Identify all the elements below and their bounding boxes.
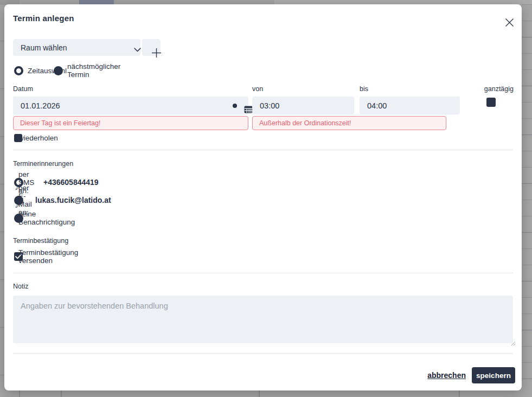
date-value: 01.01.2026	[21, 101, 233, 110]
background-grid-line	[61, 390, 62, 397]
date-input[interactable]: 01.01.2026	[13, 97, 248, 114]
time-error-text: Außerhalb der Ordinationszeit!	[259, 119, 351, 127]
confirmation-label: Terminbestätigung versenden	[18, 248, 78, 265]
from-label: von	[252, 85, 263, 93]
room-select-value: Raum wählen	[21, 43, 134, 52]
allday-label: ganztägig	[484, 85, 514, 93]
time-from-input[interactable]: 03:00	[252, 97, 354, 114]
background-grid-line	[259, 390, 260, 397]
note-textarea[interactable]: Angaben zur bevorstehenden Behandlung	[13, 296, 513, 343]
background-calendar-bottom-strip	[0, 390, 532, 397]
radio-icon[interactable]	[54, 66, 63, 75]
dialog-title: Termin anlegen	[13, 14, 74, 23]
background-calendar-right-strip	[522, 0, 532, 397]
close-icon[interactable]	[503, 16, 516, 29]
time-from-value: 03:00	[260, 101, 350, 110]
email-value: lukas.fucik@latido.at	[35, 196, 111, 204]
radio-selected-icon[interactable]	[14, 66, 23, 75]
note-label: Notiz	[13, 283, 28, 290]
background-grid-line	[459, 390, 460, 397]
date-error-text: Dieser Tag ist ein Feiertag!	[20, 119, 100, 127]
divider	[13, 150, 513, 150]
time-error-message: Außerhalb der Ordinationszeit!	[252, 116, 446, 130]
radio-option-naechstmoeglicher-termin[interactable]: nächstmöglicher Termin	[54, 62, 120, 79]
date-label: Datum	[13, 85, 33, 93]
repeat-label: wiederholen	[18, 134, 58, 142]
save-button-label: speichern	[476, 372, 511, 380]
confirmation-heading: Terminbestätigung	[13, 237, 68, 245]
divider	[13, 273, 513, 273]
room-select[interactable]: Raum wählen	[13, 39, 140, 56]
time-to-input[interactable]: 04:00	[360, 97, 460, 114]
time-to-value: 04:00	[367, 101, 456, 110]
cancel-button[interactable]: abbrechen	[427, 371, 466, 380]
reminder-label: keine Benachrichtigung	[18, 210, 75, 226]
sms-number-value: +436605844419	[43, 178, 99, 187]
background-grid-line	[19, 390, 20, 397]
allday-checkbox[interactable]	[486, 98, 496, 107]
add-room-button[interactable]	[142, 39, 161, 56]
radio-label: nächstmöglicher Termin	[67, 62, 120, 79]
note-placeholder: Angaben zur bevorstehenden Behandlung	[21, 302, 168, 310]
create-appointment-dialog: Termin anlegen Raum wählen Zeitauswahl n…	[4, 4, 522, 390]
category-color-dot	[233, 104, 237, 108]
reminders-heading: Terminerinnerungen	[13, 160, 73, 168]
date-error-message: Dieser Tag ist ein Feiertag!	[13, 116, 248, 130]
divider	[13, 353, 513, 354]
to-label: bis	[360, 85, 368, 93]
save-button[interactable]: speichern	[472, 367, 515, 383]
